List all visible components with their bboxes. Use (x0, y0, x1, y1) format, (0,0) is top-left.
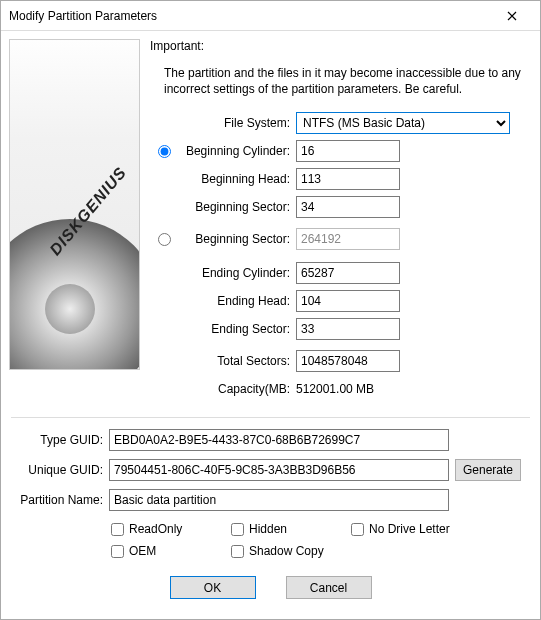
capacity-value: 512001.00 MB (296, 382, 374, 396)
beginning-sector-chs-input[interactable] (296, 196, 400, 218)
no-drive-letter-checkbox[interactable]: No Drive Letter (351, 518, 491, 540)
window-title: Modify Partition Parameters (9, 9, 492, 23)
close-icon (507, 11, 517, 21)
ending-head-input[interactable] (296, 290, 400, 312)
radio-chs[interactable] (158, 145, 171, 158)
total-sectors-label: Total Sectors: (178, 354, 296, 368)
total-sectors-input[interactable] (296, 350, 400, 372)
beginning-cylinder-label: Beginning Cylinder: (178, 144, 296, 158)
ending-sector-input[interactable] (296, 318, 400, 340)
readonly-checkbox[interactable]: ReadOnly (111, 518, 231, 540)
capacity-label: Capacity(MB: (178, 382, 296, 396)
beginning-head-label: Beginning Head: (178, 172, 296, 186)
title-bar: Modify Partition Parameters (1, 1, 540, 31)
file-system-select[interactable]: NTFS (MS Basic Data) (296, 112, 510, 134)
hidden-checkbox[interactable]: Hidden (231, 518, 351, 540)
oem-checkbox-box[interactable] (111, 545, 124, 558)
beginning-sector-lba-label: Beginning Sector: (178, 232, 296, 246)
beginning-sector-chs-label: Beginning Sector: (178, 200, 296, 214)
no-drive-letter-checkbox-box[interactable] (351, 523, 364, 536)
separator (11, 417, 530, 418)
radio-lba[interactable] (158, 233, 171, 246)
ending-cylinder-input[interactable] (296, 262, 400, 284)
shadow-copy-checkbox-box[interactable] (231, 545, 244, 558)
type-guid-input[interactable] (109, 429, 449, 451)
partition-name-input[interactable] (109, 489, 449, 511)
readonly-checkbox-box[interactable] (111, 523, 124, 536)
cancel-button[interactable]: Cancel (286, 576, 372, 599)
ok-button[interactable]: OK (170, 576, 256, 599)
sidebar-image: DISKGENIUS (9, 39, 140, 370)
important-label: Important: (150, 39, 532, 53)
close-button[interactable] (492, 2, 532, 30)
ending-cylinder-label: Ending Cylinder: (178, 266, 296, 280)
ending-head-label: Ending Head: (178, 294, 296, 308)
oem-checkbox[interactable]: OEM (111, 540, 231, 562)
unique-guid-label: Unique GUID: (11, 463, 109, 477)
beginning-cylinder-input[interactable] (296, 140, 400, 162)
shadow-copy-checkbox[interactable]: Shadow Copy (231, 540, 351, 562)
file-system-label: File System: (178, 116, 296, 130)
hidden-checkbox-box[interactable] (231, 523, 244, 536)
beginning-head-input[interactable] (296, 168, 400, 190)
beginning-sector-lba-input (296, 228, 400, 250)
partition-name-label: Partition Name: (11, 493, 109, 507)
unique-guid-input[interactable] (109, 459, 449, 481)
generate-button[interactable]: Generate (455, 459, 521, 481)
ending-sector-label: Ending Sector: (178, 322, 296, 336)
intro-text: The partition and the files in it may be… (150, 61, 532, 111)
type-guid-label: Type GUID: (11, 433, 109, 447)
